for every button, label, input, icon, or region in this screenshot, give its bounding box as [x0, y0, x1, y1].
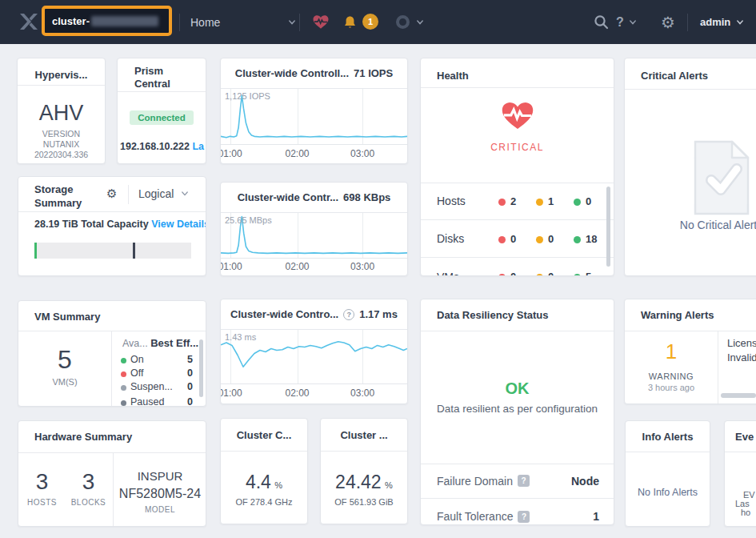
widget-title: Info Alerts — [626, 431, 710, 443]
chart-title: Cluster-wide Contr... — [238, 191, 338, 203]
help-icon: ? — [616, 15, 624, 30]
widget-title: Cluster ... — [321, 429, 407, 441]
widget-title: Health — [421, 70, 614, 82]
row-value: Node — [571, 475, 599, 488]
chevron-down-icon — [289, 19, 295, 26]
events-widget: Eve EV Las ho — [724, 420, 756, 527]
y-axis-max-label: 1,125 IOPS — [225, 91, 270, 101]
chart-current-value: 71 IOPS — [354, 67, 393, 79]
alerts-bell-button[interactable] — [342, 0, 358, 44]
critical-dot — [498, 236, 506, 243]
cpu-usage-unit: % — [274, 480, 282, 490]
task-ring-icon — [396, 15, 410, 29]
cluster-cpu-widget: Cluster C... 4.4 % OF 278.4 GHz — [220, 418, 308, 524]
critical-count: 0 — [510, 233, 516, 245]
warning-alert-item[interactable]: License Invalid — [727, 336, 756, 365]
status-dot — [121, 371, 126, 377]
vm-row-suspended[interactable]: Suspen... 0 — [121, 381, 193, 392]
health-row-vms[interactable]: VMs 0 0 5 — [421, 258, 614, 276]
settings-button[interactable]: ⚙ — [661, 0, 675, 44]
critical-dot — [498, 199, 506, 206]
user-menu[interactable]: admin — [700, 0, 743, 44]
empty-state-text: No Info Alerts — [626, 487, 710, 498]
health-row-hosts[interactable]: Hosts 2 1 0 — [421, 183, 614, 220]
warning-count: 0 — [548, 233, 554, 245]
row-value: 1 — [593, 510, 599, 523]
ok-count: 18 — [586, 233, 597, 245]
search-button[interactable] — [594, 0, 609, 44]
cluster-name-prefix: cluster- — [52, 15, 90, 27]
model-label: MODEL — [113, 505, 206, 514]
alert-item-line: Invalid — [727, 351, 756, 365]
nutanix-logo[interactable] — [19, 13, 38, 30]
vm-list-scrollbar[interactable] — [199, 339, 203, 397]
resiliency-status: OK — [421, 379, 614, 398]
help-icon[interactable]: ? — [343, 309, 354, 320]
cpu-usage-value: 4.4 — [246, 472, 271, 492]
blocks-count: 3 — [66, 469, 110, 495]
health-heart-button[interactable] — [312, 0, 330, 44]
help-icon[interactable]: ? — [518, 475, 530, 487]
hypervisor-type: AHV — [18, 101, 105, 126]
x-tick: 03:00 — [350, 261, 374, 272]
y-axis-max-label: 1.43 ms — [225, 332, 256, 342]
topbar: cluster- Home 1 — [0, 0, 756, 44]
vm-state-count: 5 — [187, 354, 193, 365]
health-scrollbar[interactable] — [606, 187, 610, 267]
health-row-label: VMs — [437, 271, 494, 277]
cluster-name-highlight[interactable]: cluster- — [42, 6, 172, 36]
cluster-name-redacted — [91, 16, 158, 26]
status-dot — [121, 358, 126, 363]
hypervisor-version-line: VERSION — [18, 129, 105, 139]
widget-title: Warning Alerts — [625, 309, 756, 321]
storage-view-dropdown[interactable]: Logical — [138, 187, 188, 200]
empty-state-text: No Critical Alerts — [625, 219, 756, 231]
vm-row-off[interactable]: Off 0 — [121, 367, 193, 379]
user-name: admin — [700, 16, 730, 28]
alert-count: 1 — [368, 17, 373, 26]
hosts-count: 3 — [20, 469, 64, 495]
chart-plot-area: 25.65 MBps — [221, 213, 407, 259]
pc-launch-link[interactable]: La — [192, 141, 204, 152]
storage-usage-bar[interactable] — [34, 243, 191, 259]
ok-count: 5 — [586, 271, 591, 276]
hardware-model: NF5280M5-24 — [113, 487, 206, 501]
tasks-dropdown[interactable] — [396, 0, 423, 44]
x-tick: 02:00 — [286, 261, 310, 272]
critical-alerts-widget: Critical Alerts No Critical Alerts — [624, 58, 756, 276]
gear-icon[interactable]: ⚙ — [106, 187, 117, 201]
widget-title: Data Resiliency Status — [421, 309, 614, 321]
help-icon[interactable]: ? — [518, 511, 530, 523]
x-tick: 02:00 — [286, 387, 310, 399]
cluster-memory-widget: Cluster ... 24.42 % OF 561.93 GiB — [320, 418, 408, 524]
vm-state-label: Off — [130, 367, 143, 379]
help-dropdown[interactable]: ? — [616, 0, 636, 44]
ok-dot — [574, 274, 581, 276]
no-alerts-document-icon — [692, 140, 751, 215]
vm-summary-widget: VM Summary 5 VM(S) Ava... Best Eff... On… — [18, 300, 206, 407]
warning-time: 3 hours ago — [625, 383, 718, 392]
vm-state-label: On — [130, 354, 144, 365]
vm-row-on[interactable]: On 5 — [121, 354, 193, 365]
prism-dashboard: cluster- Home 1 — [0, 0, 756, 538]
hardware-brand: INSPUR — [113, 469, 206, 483]
vm-row-paused[interactable]: Paused 0 — [121, 396, 193, 407]
total-capacity-label: Total Capacity — [81, 219, 149, 230]
warning-count: 1 — [548, 195, 554, 207]
hypervisor-version-line: NUTANIX — [18, 139, 105, 150]
nav-home-dropdown[interactable]: Home — [190, 0, 295, 44]
storage-view-value: Logical — [138, 187, 174, 200]
y-axis-max-label: 25.65 MBps — [225, 215, 272, 225]
fault-tolerance-row: Fault Tolerance ? 1 — [421, 499, 614, 525]
nav-home-label: Home — [190, 16, 220, 29]
heart-pulse-icon — [312, 14, 330, 30]
view-details-link[interactable]: View Details — [151, 219, 206, 230]
health-row-disks[interactable]: Disks 0 0 18 — [421, 220, 614, 258]
x-tick: 03:00 — [350, 387, 374, 399]
warning-alerts-scrollbar[interactable] — [721, 393, 756, 398]
info-alerts-widget: Info Alerts No Info Alerts — [625, 420, 710, 527]
alert-count-badge[interactable]: 1 — [362, 14, 378, 30]
health-widget: Health CRITICAL Hosts 2 1 0 Disks 0 0 18… — [420, 58, 614, 276]
ok-dot — [574, 236, 581, 243]
warning-alerts-widget: Warning Alerts 1 WARNING 3 hours ago Lic… — [624, 299, 756, 404]
